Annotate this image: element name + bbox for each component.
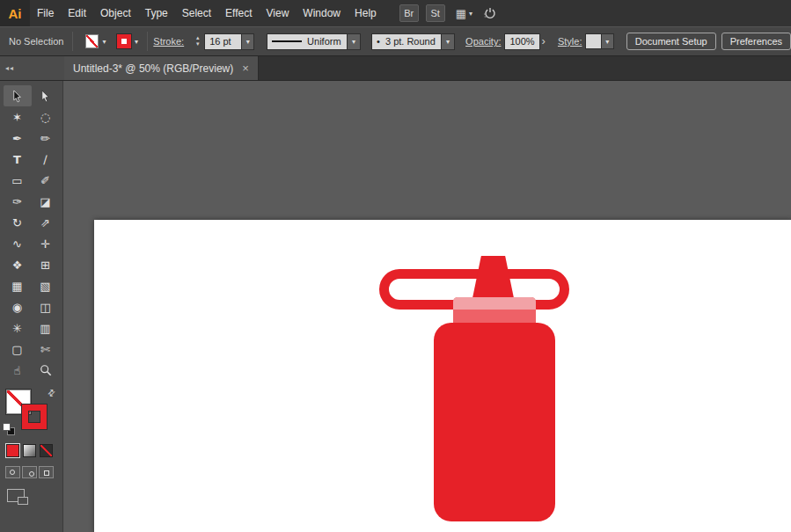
menu-file[interactable]: File [30,0,61,26]
opacity-label[interactable]: Opacity: [465,36,501,47]
menu-help[interactable]: Help [348,0,384,26]
tab-bar: ◂◂ Untitled-3* @ 50% (RGB/Preview) × [0,56,791,81]
arrange-documents-button[interactable]: ▦ ▾ [456,7,472,20]
width-profile-dropdown[interactable]: Uniform ▾ [267,33,361,50]
width-tool[interactable]: ∿ [4,233,32,254]
tools-grid: ✶ ◌ ✒ ✏ T ∕ ▭ ✐ ✑ ◪ ↻ ⇗ ∿ ✛ ❖ ⊞ ▦ ▧ ◉ ◫ [4,85,60,381]
scale-icon: ⇗ [40,217,50,229]
separator [147,32,148,51]
menu-select[interactable]: Select [175,0,218,26]
canvas[interactable] [63,81,791,532]
swap-fill-stroke-icon[interactable]: ⇄ [45,387,57,399]
opacity-input[interactable]: 100% [504,33,539,50]
magic-wand-tool[interactable]: ✶ [4,106,32,128]
step-down-icon[interactable]: ▾ [196,41,200,47]
eyedropper-tool[interactable]: ◉ [4,296,32,317]
blend-tool[interactable]: ◫ [32,296,60,317]
default-fill-stroke-button[interactable] [3,423,15,435]
column-graph-tool[interactable]: ▥ [32,317,60,339]
hand-icon: ☝ [14,365,21,376]
stroke-weight-chevron-icon[interactable]: ▾ [242,33,254,50]
eraser-tool[interactable]: ◪ [32,191,60,212]
mesh-icon: ▦ [11,281,22,292]
type-tool[interactable]: T [4,149,32,170]
fill-chevron-icon[interactable]: ▾ [99,33,110,49]
paintbrush-tool[interactable]: ✐ [32,170,60,191]
app-logo: Ai [0,0,30,26]
illustrator-window: Ai File Edit Object Type Select Effect V… [0,0,791,532]
menu-effect[interactable]: Effect [218,0,259,26]
stroke-label[interactable]: Stroke: [153,36,184,47]
draw-normal-button[interactable] [5,466,20,478]
stroke-color-swatch[interactable] [117,34,131,48]
bottle-neck-band[interactable] [453,297,536,324]
draw-behind-button[interactable] [22,466,37,478]
document-setup-button[interactable]: Document Setup [626,33,716,50]
stock-button[interactable]: St [426,4,445,22]
pen-icon: ✒ [12,133,22,144]
rectangle-tool[interactable]: ▭ [4,170,32,191]
tab-close-icon[interactable]: × [242,62,249,75]
symbol-sprayer-tool[interactable]: ✳ [4,317,32,339]
stroke-weight-input[interactable]: 16 pt [204,33,242,50]
separator [72,32,73,51]
perspective-grid-tool[interactable]: ⊞ [32,254,60,275]
zoom-tool[interactable] [32,360,60,381]
document-tab[interactable]: Untitled-3* @ 50% (RGB/Preview) × [64,56,259,80]
gradient-tool[interactable]: ▧ [32,275,60,296]
control-bar: No Selection ▾ ▾ Stroke: ▴ ▾ 16 pt ▾ Uni… [0,26,791,56]
none-button[interactable] [40,444,53,457]
preferences-button[interactable]: Preferences [721,33,791,50]
toolbar-collapse-button[interactable]: ◂◂ [0,56,64,80]
profile-chevron-icon[interactable]: ▾ [348,33,361,50]
curvature-tool[interactable]: ✏ [32,128,60,149]
mesh-tool[interactable]: ▦ [4,275,32,296]
line-segment-tool[interactable]: ∕ [32,149,60,170]
rectangle-icon: ▭ [11,175,22,186]
scale-tool[interactable]: ⇗ [32,212,60,233]
bottle-neck-band-highlight [453,297,536,310]
style-swatch[interactable] [585,33,601,49]
symbol-sprayer-icon: ✳ [12,323,22,334]
brush-dot-icon: • [377,36,380,47]
line-segment-icon: ∕ [43,154,47,165]
fill-none-swatch[interactable] [85,34,99,48]
color-button[interactable] [6,444,19,457]
main-area: ✶ ◌ ✒ ✏ T ∕ ▭ ✐ ✑ ◪ ↻ ⇗ ∿ ✛ ❖ ⊞ ▦ ▧ ◉ ◫ [0,81,791,532]
stroke-swatch-red[interactable] [22,404,47,429]
brush-dropdown[interactable]: • 3 pt. Round ▾ [371,33,455,50]
slice-tool[interactable]: ✄ [32,339,60,360]
selection-tool[interactable] [4,85,32,106]
hand-tool[interactable]: ☝ [4,360,32,381]
screen-mode-button[interactable] [7,489,25,502]
menu-type[interactable]: Type [138,0,175,26]
gradient-button[interactable] [23,444,36,457]
direct-selection-tool[interactable] [32,85,60,106]
bridge-button[interactable]: Br [399,4,419,22]
menu-edit[interactable]: Edit [61,0,93,26]
gpu-performance-button[interactable] [483,6,497,20]
free-transform-tool[interactable]: ✛ [32,233,60,254]
menu-window[interactable]: Window [296,0,348,26]
direct-selection-cursor-icon [39,90,52,103]
shape-builder-tool[interactable]: ❖ [4,254,32,275]
stroke-weight-stepper[interactable]: ▴ ▾ [193,35,202,47]
bottle-body[interactable] [434,323,555,521]
menu-view[interactable]: View [260,0,297,26]
rotate-tool[interactable]: ↻ [4,212,32,233]
document-tab-title: Untitled-3* @ 50% (RGB/Preview) [73,62,233,75]
eyedropper-icon: ◉ [12,302,22,313]
draw-inside-icon [44,470,49,476]
menu-object[interactable]: Object [93,0,138,26]
pen-tool[interactable]: ✒ [4,128,32,149]
artboard-tool[interactable]: ▢ [4,339,32,360]
opacity-panel-arrow-icon[interactable]: › [542,34,546,47]
stroke-chevron-icon[interactable]: ▾ [131,33,143,49]
lasso-tool[interactable]: ◌ [32,106,60,128]
shaper-tool[interactable]: ✑ [4,191,32,212]
style-chevron-icon[interactable]: ▾ [602,33,614,49]
brush-chevron-icon[interactable]: ▾ [442,33,455,50]
arrange-documents-icon: ▦ [456,7,466,20]
draw-inside-button[interactable] [39,466,54,478]
style-label[interactable]: Style: [558,36,582,47]
